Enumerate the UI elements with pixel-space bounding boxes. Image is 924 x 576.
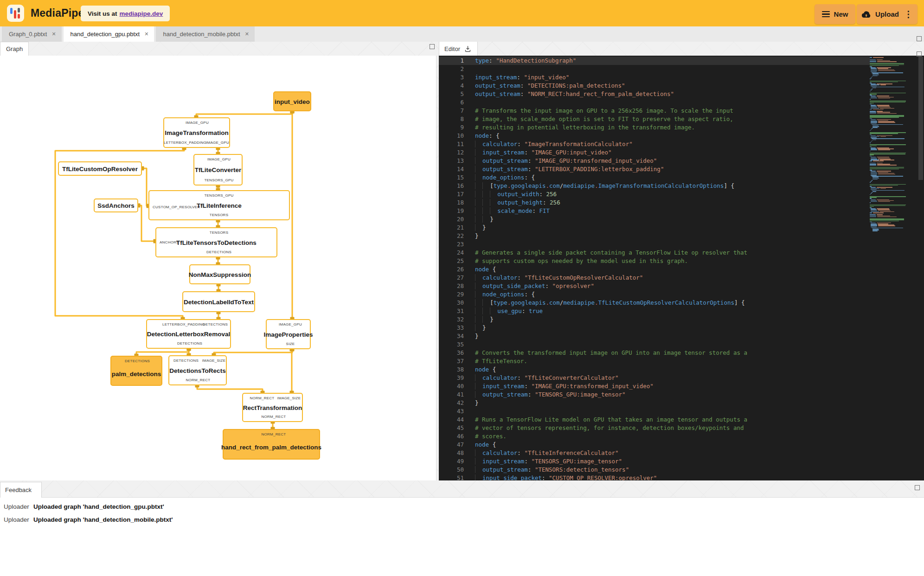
minimap[interactable] [870, 57, 911, 231]
port-label: NORM_RECT [262, 432, 286, 436]
code-line: 11 calculator: "ImageTransformationCalcu… [439, 140, 924, 148]
code-line: 33 } [439, 324, 924, 332]
code-line: 49 input_stream: "TENSORS_GPU:image_tens… [439, 457, 924, 466]
node-title: ImageProperties [264, 331, 313, 338]
port-label: TENSORS [210, 230, 228, 235]
code-line: 7# Transforms the input image on GPU to … [439, 107, 924, 115]
mediapipe-logo-icon [7, 5, 24, 22]
node-title: NonMaxSuppression [189, 271, 251, 278]
tab-editor[interactable]: Editor [439, 41, 478, 56]
visit-link[interactable]: mediapipe.dev [120, 10, 163, 17]
file-tab-label: hand_detection_mobile.pbtxt [163, 31, 240, 38]
more-options-icon[interactable]: ⋮ [904, 10, 913, 19]
download-icon[interactable] [464, 45, 472, 53]
code-line: 50 output_stream: "TENSORS:detection_ten… [439, 466, 924, 474]
node-title: input_video [275, 98, 310, 105]
code-line: 6 [439, 98, 924, 107]
upload-button[interactable]: Upload ⋮ [857, 4, 918, 24]
port-label: DETECTIONS [177, 341, 202, 346]
editor-scrollbar[interactable] [918, 56, 924, 480]
code-line: 16 [type.googleapis.com/mediapipe.ImageT… [439, 182, 924, 190]
file-tab-hand_detection_gpu.pbtxt[interactable]: hand_detection_gpu.pbtxt✕ [64, 26, 154, 42]
scrollbar-slider[interactable] [918, 57, 923, 180]
node-title: DetectionLabelIdToText [184, 298, 254, 305]
port-label: IMAGE_GPU [207, 157, 231, 161]
code-line: 32 } [439, 315, 924, 324]
feedback-source: Uploader [0, 516, 30, 523]
graph-node-TfLiteTensorsToDetections[interactable]: TENSORSDETECTIONSANCHORSTfLiteTensorsToD… [155, 227, 277, 257]
graph-node-palm_detections[interactable]: DETECTIONSpalm_detections [110, 356, 162, 386]
code-line: 46# scores. [439, 432, 924, 441]
code-line: 19 scale_mode: FIT [439, 207, 924, 215]
new-button-label: New [834, 10, 848, 18]
code-line: 27 calculator: "TfLiteCustomOpResolverCa… [439, 274, 924, 282]
code-line: 25# supports custom ops needed by the mo… [439, 257, 924, 265]
code-line: 40 input_stream: "IMAGE_GPU:transformed_… [439, 382, 924, 390]
graph-node-TfLiteConverter[interactable]: IMAGE_GPUTENSORS_GPUTfLiteConverter [193, 154, 243, 186]
close-tab-icon[interactable]: ✕ [51, 31, 56, 37]
tab-graph[interactable]: Graph [0, 42, 29, 56]
port-label: SIZE [286, 342, 295, 346]
file-tab-hand_detection_mobile.pbtxt[interactable]: hand_detection_mobile.pbtxt✕ [156, 26, 254, 42]
port-label: DETECTIONS [173, 358, 199, 363]
graph-node-DetectionLetterboxRemoval[interactable]: LETTERBOX_PADDINGDETECTIONSDETECTIONSDet… [146, 319, 231, 349]
maximize-editor-pane-icon[interactable] [917, 51, 922, 57]
graph-node-RectTransformation[interactable]: NORM_RECTIMAGE_SIZENORM_RECTRectTransfor… [242, 393, 303, 422]
maximize-feedback-pane-icon[interactable] [915, 485, 920, 490]
feedback-source: Uploader [0, 503, 30, 510]
graph-node-TfLiteInference[interactable]: TENSORS_GPUTENSORSCUSTOM_OP_RESOLVERTfLi… [148, 190, 290, 220]
graph-node-hand_rect_from_palm_detections[interactable]: NORM_RECThand_rect_from_palm_detections [223, 429, 320, 460]
file-tab-bar: Graph_0.pbtxt✕hand_detection_gpu.pbtxt✕h… [0, 26, 924, 42]
code-line: 47node { [439, 441, 924, 449]
file-tab-Graph_0.pbtxt[interactable]: Graph_0.pbtxt✕ [2, 26, 62, 42]
feedback-message: Uploaded graph 'hand_detection_mobile.pb… [33, 516, 173, 523]
close-tab-icon[interactable]: ✕ [144, 31, 148, 37]
port-label: NORM_RECT [186, 378, 211, 382]
graph-node-input_video[interactable]: input_video [273, 91, 311, 111]
graph-node-SsdAnchors[interactable]: SsdAnchors [94, 198, 138, 212]
port-label: NORM_RECT [262, 415, 286, 419]
node-title: SsdAnchors [97, 202, 135, 209]
graph-node-NonMaxSuppression[interactable]: NonMaxSuppression [189, 264, 250, 284]
code-line: 42} [439, 399, 924, 407]
feedback-message: Uploaded graph 'hand_detection_gpu.pbtxt… [33, 503, 164, 510]
code-line: 48 calculator: "TfLiteInferenceCalculato… [439, 449, 924, 457]
port-label: CUSTOM_OP_RESOLVER [153, 205, 200, 209]
code-line: 22} [439, 232, 924, 240]
feedback-panel: UploaderUploaded graph 'hand_detection_g… [0, 497, 924, 576]
code-line: 13 output_stream: "IMAGE_GPU:transformed… [439, 157, 924, 165]
node-title: TfLiteTensorsToDetections [176, 239, 257, 246]
graph-node-DetectionsToRects[interactable]: DETECTIONSIMAGE_SIZENORM_RECTDetectionsT… [168, 355, 227, 385]
cloud-upload-icon [861, 11, 871, 18]
code-line: 36# Converts the transformed input image… [439, 349, 924, 357]
port-label: DETECTIONS [125, 359, 150, 363]
code-line: 43 [439, 407, 924, 416]
code-line: 15 node_options: { [439, 173, 924, 182]
new-button[interactable]: New [815, 4, 855, 24]
code-line: 26node { [439, 265, 924, 274]
graph-node-ImageProperties[interactable]: IMAGE_GPUSIZEImageProperties [266, 319, 311, 349]
maximize-graph-pane-icon[interactable] [430, 44, 435, 49]
code-line: 8# image, the scale_mode option is set t… [439, 115, 924, 123]
graph-node-ImageTransformation[interactable]: IMAGE_GPULETTERBOX_PADDINGIMAGE_GPUImage… [163, 117, 230, 148]
graph-node-DetectionLabelIdToText[interactable]: DetectionLabelIdToText [182, 291, 255, 312]
node-title: DetectionLetterboxRemoval [147, 331, 230, 338]
node-title: TfLiteInference [197, 202, 242, 209]
feedback-tab-label: Feedback [5, 486, 32, 493]
code-line: 24# Generates a single side packet conta… [439, 249, 924, 257]
close-tab-icon[interactable]: ✕ [245, 31, 249, 37]
maximize-top-pane-icon[interactable] [917, 36, 922, 41]
tab-feedback[interactable]: Feedback [0, 482, 42, 498]
menu-lines-icon [822, 10, 830, 19]
code-line: 1type: "HandDetectionSubgraph" [439, 57, 870, 65]
graph-node-TfLiteCustomOpResolver[interactable]: TfLiteCustomOpResolver [58, 161, 142, 176]
port-label: TENSORS [210, 213, 228, 217]
code-editor[interactable]: 1type: "HandDetectionSubgraph"23input_st… [439, 56, 924, 480]
app-header: MediaPipe Visit us at mediapipe.dev New … [0, 0, 924, 26]
code-line: 28 output_side_packet: "opresolver" [439, 282, 924, 290]
code-line: 9# resulting in potential letterboxing i… [439, 123, 924, 132]
graph-canvas[interactable]: input_videoIMAGE_GPULETTERBOX_PADDINGIMA… [0, 56, 436, 480]
code-line: 45# vector of tensors representing, for … [439, 424, 924, 432]
code-line: 18 output_height: 256 [439, 198, 924, 207]
app-title: MediaPipe [31, 7, 84, 19]
